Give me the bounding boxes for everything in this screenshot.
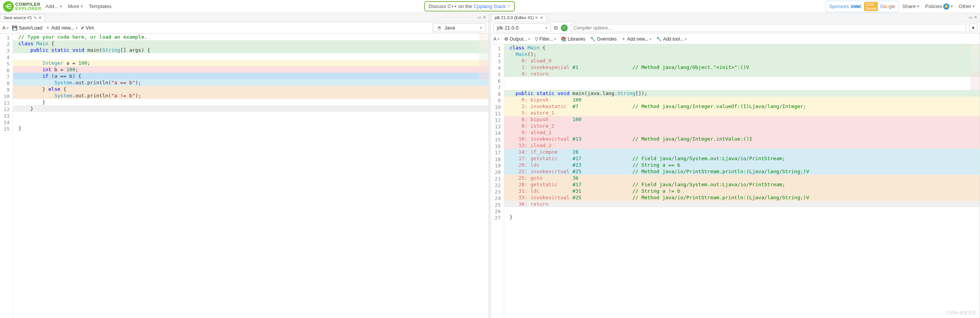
asm-editor[interactable]: 1234567891011121314151617181920212223242… bbox=[491, 44, 980, 318]
code-line[interactable]: System.out.println("a != b"); bbox=[13, 92, 488, 99]
compiler-tab[interactable]: jdk 21.0.0 (Editor #1) ✎ ✕ bbox=[491, 14, 547, 21]
code-line[interactable]: class Main { bbox=[13, 40, 488, 47]
close-icon[interactable]: ✕ bbox=[483, 15, 486, 20]
code-line[interactable]: 2: invokestatic #7 // Method java/lang/I… bbox=[504, 103, 980, 110]
compiler-options-input[interactable] bbox=[571, 24, 966, 32]
slack-link[interactable]: Cpplang Slack bbox=[474, 3, 506, 9]
compiler-select[interactable]: jdk 21.0.0 ▾ bbox=[493, 23, 551, 32]
book-icon: 📚 bbox=[561, 36, 567, 42]
vim-button[interactable]: ✔Vim bbox=[81, 25, 94, 31]
code-line[interactable]: 9: aload_1 bbox=[504, 129, 980, 136]
popout-icon[interactable]: ⧉ bbox=[554, 25, 558, 31]
code-line[interactable]: 25: goto 36 bbox=[504, 175, 980, 181]
code-area[interactable]: class Main { Main(); 0: aload_0 1: invok… bbox=[504, 44, 980, 318]
logo[interactable]: ⋲ COMPILER EXPLORER bbox=[3, 1, 42, 12]
font-button[interactable]: A▾ bbox=[2, 25, 9, 31]
status-ok-icon: ✓ bbox=[561, 25, 568, 31]
filter-button[interactable]: ▽Filter...▾ bbox=[535, 36, 556, 42]
code-line[interactable]: 6: bipush 100 bbox=[504, 116, 980, 123]
code-line[interactable]: if (a == b) { bbox=[13, 73, 488, 79]
maximize-icon[interactable]: ▭ bbox=[969, 15, 972, 20]
code-line[interactable] bbox=[13, 112, 488, 118]
code-line[interactable]: 8: istore_2 bbox=[504, 123, 980, 129]
menu-templates[interactable]: Templates bbox=[87, 3, 113, 10]
code-line[interactable]: System.out.println("a == b"); bbox=[13, 79, 488, 86]
code-line[interactable]: 4: return bbox=[504, 70, 980, 77]
add-new-button[interactable]: ＋Add new...▾ bbox=[621, 36, 652, 42]
code-line[interactable]: 13: iload_2 bbox=[504, 142, 980, 149]
source-tab-strip: Java source #1 ✎ ✕ ▭ ✕ bbox=[0, 13, 488, 22]
sponsor-google: Google bbox=[880, 4, 895, 9]
code-line[interactable]: 28: getstatic #17 // Field java/lang/Sys… bbox=[504, 181, 980, 188]
code-line[interactable]: } bbox=[13, 105, 488, 112]
code-line[interactable]: 1: invokespecial #1 // Method java/lang/… bbox=[504, 64, 980, 70]
code-line[interactable]: 22: invokevirtual #25 // Method java/io/… bbox=[504, 168, 980, 175]
close-icon[interactable]: ✕ bbox=[974, 15, 977, 20]
code-line[interactable]: } else { bbox=[13, 86, 488, 92]
add-tool-button[interactable]: 🔧Add tool...▾ bbox=[656, 36, 687, 42]
code-line[interactable] bbox=[504, 207, 980, 214]
code-line[interactable]: 20: ldc #23 // String a == b bbox=[504, 162, 980, 168]
output-button[interactable]: ⚙Output...▾ bbox=[504, 36, 530, 42]
libraries-button[interactable]: 📚Libraries bbox=[561, 36, 585, 42]
menu-policies[interactable]: Policies🔔▼ bbox=[924, 3, 955, 10]
close-icon[interactable]: ✕ bbox=[540, 15, 543, 20]
code-line[interactable]: public static void main(String[] args) { bbox=[13, 47, 488, 53]
chevron-down-icon: ▼ bbox=[972, 5, 975, 8]
slack-banner: Discuss C++ on the Cpplang Slack × bbox=[424, 1, 515, 11]
maximize-icon[interactable]: ▭ bbox=[477, 15, 481, 20]
code-line[interactable] bbox=[504, 77, 980, 84]
save-icon: 💾 bbox=[12, 25, 18, 31]
edit-icon[interactable]: ✎ bbox=[535, 16, 538, 20]
options-dropdown[interactable]: ▾ bbox=[969, 23, 977, 32]
menu-share[interactable]: Share▼ bbox=[901, 3, 921, 10]
wrench-icon: 🔧 bbox=[656, 36, 662, 42]
code-line[interactable]: } bbox=[13, 125, 488, 131]
sponsors-label: Sponsors bbox=[829, 4, 849, 9]
close-icon[interactable]: × bbox=[507, 3, 510, 9]
code-line[interactable]: 0: aload_0 bbox=[504, 57, 980, 64]
code-line[interactable]: } bbox=[504, 214, 980, 220]
code-line[interactable]: 36: return bbox=[504, 201, 980, 207]
code-line[interactable]: } bbox=[13, 99, 488, 105]
menu-more[interactable]: More▼ bbox=[66, 3, 85, 10]
overrides-button[interactable]: 🔧Overrides bbox=[590, 36, 617, 42]
line-gutter: 123456789101112131415 bbox=[0, 34, 13, 318]
source-tab[interactable]: Java source #1 ✎ ✕ bbox=[0, 14, 45, 21]
add-new-button[interactable]: ＋Add new...▾ bbox=[46, 25, 78, 31]
code-area[interactable]: // Type your code here, or load an examp… bbox=[13, 34, 488, 318]
code-line[interactable] bbox=[504, 84, 980, 90]
font-button[interactable]: A▾ bbox=[493, 36, 500, 42]
logo-text-bot: EXPLORER bbox=[15, 7, 42, 11]
minimap[interactable] bbox=[970, 44, 980, 318]
code-line[interactable]: 5: astore_1 bbox=[504, 110, 980, 116]
code-line[interactable]: 17: getstatic #17 // Field java/lang/Sys… bbox=[504, 155, 980, 162]
source-editor[interactable]: 123456789101112131415 // Type your code … bbox=[0, 34, 488, 318]
tab-label: Java source #1 bbox=[3, 15, 32, 20]
compiler-tab-strip: jdk 21.0.0 (Editor #1) ✎ ✕ ▭ ✕ bbox=[491, 13, 980, 22]
code-line[interactable]: 31: ldc #31 // String a != b bbox=[504, 188, 980, 194]
code-line[interactable]: class Main { bbox=[504, 44, 980, 51]
minimap[interactable] bbox=[479, 34, 488, 318]
code-line[interactable]: public static void main(java.lang.String… bbox=[504, 90, 980, 97]
code-line[interactable]: 14: if_icmpne 28 bbox=[504, 149, 980, 155]
code-line[interactable]: Integer a = 100; bbox=[13, 60, 488, 66]
bell-icon: 🔔 bbox=[943, 3, 949, 10]
code-line[interactable]: 0: bipush 100 bbox=[504, 97, 980, 103]
code-line[interactable]: 10: invokevirtual #13 // Method java/lan… bbox=[504, 136, 980, 142]
menu-other[interactable]: Other▼ bbox=[957, 3, 977, 10]
tab-label: jdk 21.0.0 (Editor #1) bbox=[495, 15, 534, 20]
code-line[interactable]: Main(); bbox=[504, 51, 980, 57]
save-load-button[interactable]: 💾Save/Load bbox=[12, 25, 42, 31]
code-line[interactable]: 33: invokevirtual #25 // Method java/io/… bbox=[504, 194, 980, 201]
menu-add[interactable]: Add...▼ bbox=[44, 3, 64, 10]
language-select[interactable]: ☕ Java ▾ bbox=[433, 23, 486, 32]
code-line[interactable] bbox=[13, 118, 488, 125]
code-line[interactable]: int b = 100; bbox=[13, 66, 488, 73]
edit-icon[interactable]: ✎ bbox=[34, 16, 37, 20]
language-value: Java bbox=[444, 25, 455, 31]
sponsors-box[interactable]: Sponsors intel. SolidSands Google bbox=[826, 1, 898, 12]
code-line[interactable]: // Type your code here, or load an examp… bbox=[13, 34, 488, 40]
close-icon[interactable]: ✕ bbox=[38, 15, 42, 20]
code-line[interactable] bbox=[13, 53, 488, 60]
